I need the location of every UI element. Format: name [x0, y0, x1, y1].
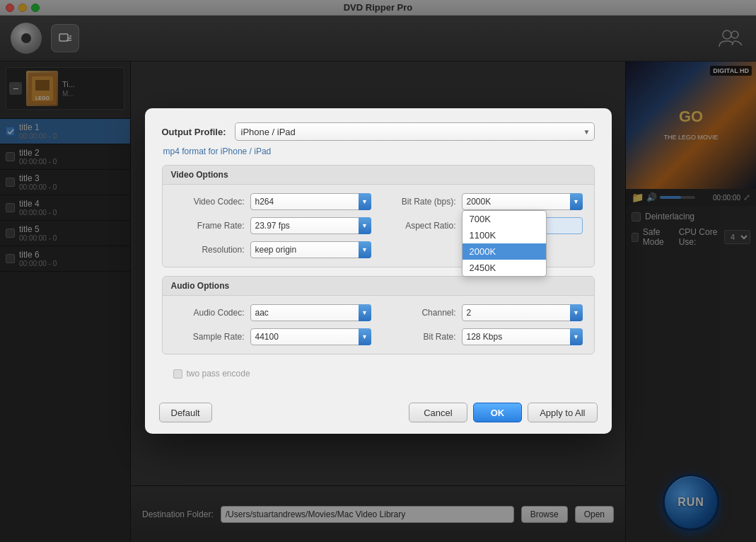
resolution-row: Resolution: keep origin ▼ [174, 241, 371, 258]
dropdown-item-2450k[interactable]: 2450K [463, 260, 546, 276]
video-codec-container: h264 ▼ [250, 193, 371, 210]
sample-rate-row: Sample Rate: 44100 ▼ [174, 328, 371, 345]
resolution-container: keep origin ▼ [250, 241, 371, 258]
btn-group-right: Cancel OK Apply to All [409, 403, 597, 422]
channel-select[interactable]: 2 [462, 304, 583, 321]
two-pass-checkbox[interactable] [173, 369, 182, 379]
audio-codec-label: Audio Codec: [174, 308, 245, 318]
sample-rate-select[interactable]: 44100 [250, 328, 371, 345]
dialog-content: Output Profile: iPhone / iPad ▼ mp4 form… [145, 108, 612, 396]
apply-to-all-button[interactable]: Apply to All [528, 403, 597, 422]
aspect-ratio-label: Aspect Ratio: [385, 221, 456, 231]
bit-rate-row: Bit Rate (bps): 2000K ▼ 700K 1100K 2000K [385, 193, 583, 210]
sample-rate-label: Sample Rate: [174, 332, 245, 342]
profile-select-container: iPhone / iPad ▼ [235, 122, 595, 141]
two-pass-row: two pass encode [162, 363, 595, 381]
channel-container: 2 ▼ [462, 304, 583, 321]
bit-rate-container: 2000K ▼ 700K 1100K 2000K 2450K [462, 193, 583, 210]
bit-rate-select[interactable]: 2000K [462, 193, 583, 210]
output-profile-label: Output Profile: [162, 127, 226, 137]
ok-button[interactable]: OK [473, 403, 523, 422]
dialog-buttons: Default Cancel OK Apply to All [145, 396, 612, 434]
audio-bit-rate-container: 128 Kbps ▼ [462, 328, 583, 345]
video-options-section: Video Options Video Codec: h264 ▼ [162, 165, 595, 267]
audio-bit-rate-row: Bit Rate: 128 Kbps ▼ [385, 328, 583, 345]
audio-options-body: Audio Codec: aac ▼ Channel: [163, 296, 594, 354]
output-profile-dialog: Output Profile: iPhone / iPad ▼ mp4 form… [145, 108, 612, 434]
resolution-label: Resolution: [174, 245, 245, 255]
frame-rate-label: Frame Rate: [174, 221, 245, 231]
video-codec-row: Video Codec: h264 ▼ [174, 193, 371, 210]
two-pass-label: two pass encode [187, 369, 250, 379]
frame-rate-container: 23.97 fps ▼ [250, 217, 371, 234]
video-options-header: Video Options [163, 166, 594, 185]
output-profile-select[interactable]: iPhone / iPad [235, 122, 595, 141]
dropdown-item-700k[interactable]: 700K [463, 211, 546, 227]
cancel-button[interactable]: Cancel [409, 403, 467, 422]
video-codec-select[interactable]: h264 [250, 193, 371, 210]
profile-row: Output Profile: iPhone / iPad ▼ [162, 122, 595, 141]
channel-label: Channel: [385, 308, 456, 318]
frame-rate-select[interactable]: 23.97 fps [250, 217, 371, 234]
audio-codec-select[interactable]: aac [250, 304, 371, 321]
video-options-body: Video Codec: h264 ▼ Bit Rate (bps): [163, 185, 594, 267]
audio-codec-container: aac ▼ [250, 304, 371, 321]
dropdown-item-2000k[interactable]: 2000K [463, 243, 546, 260]
audio-bit-rate-select[interactable]: 128 Kbps [462, 328, 583, 345]
channel-row: Channel: 2 ▼ [385, 304, 583, 321]
audio-bit-rate-label: Bit Rate: [385, 332, 456, 342]
audio-options-header: Audio Options [163, 277, 594, 296]
frame-rate-row: Frame Rate: 23.97 fps ▼ [174, 217, 371, 234]
audio-codec-row: Audio Codec: aac ▼ [174, 304, 371, 321]
bit-rate-label: Bit Rate (bps): [385, 197, 456, 207]
dropdown-item-1100k[interactable]: 1100K [463, 227, 546, 243]
video-codec-label: Video Codec: [174, 197, 245, 207]
resolution-select[interactable]: keep origin [250, 241, 371, 258]
default-button[interactable]: Default [159, 403, 212, 422]
format-note: mp4 format for iPhone / iPad [163, 146, 595, 156]
sample-rate-container: 44100 ▼ [250, 328, 371, 345]
audio-options-section: Audio Options Audio Codec: aac ▼ [162, 276, 595, 354]
bit-rate-dropdown: 700K 1100K 2000K 2450K [462, 210, 547, 277]
overlay: Output Profile: iPhone / iPad ▼ mp4 form… [0, 0, 756, 542]
